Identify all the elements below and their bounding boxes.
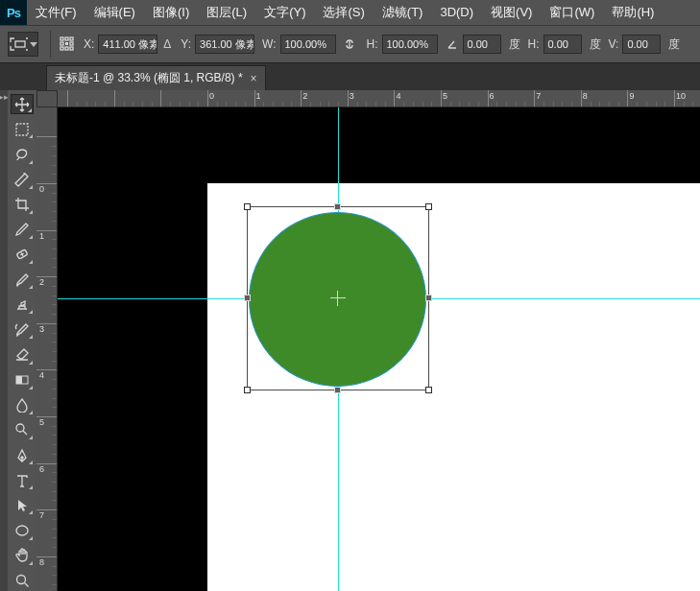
ruler-h-label: 1: [256, 91, 261, 101]
handle-sw[interactable]: [244, 387, 251, 393]
hskew-unit: 度: [590, 36, 601, 53]
ruler-h-label: 5: [443, 91, 447, 101]
svg-rect-8: [65, 47, 68, 50]
handle-e[interactable]: [425, 295, 432, 301]
menu-type[interactable]: 文字(Y): [255, 0, 314, 25]
menu-edit[interactable]: 编辑(E): [85, 0, 144, 25]
svg-rect-2: [65, 37, 68, 40]
handle-ne[interactable]: [425, 203, 432, 210]
handle-nw[interactable]: [244, 203, 251, 210]
handle-n[interactable]: [334, 203, 341, 210]
svg-rect-9: [70, 47, 73, 50]
delta-icon[interactable]: Δ: [163, 37, 171, 51]
tool-clone-stamp[interactable]: [11, 295, 34, 315]
hskew-label: H:: [528, 37, 540, 51]
main-area: ▸▸ 01234567891011 0123456789: [0, 90, 700, 591]
y-label: Y:: [181, 37, 191, 51]
hskew-input[interactable]: 0.00: [543, 35, 582, 54]
ruler-h-label: 3: [350, 91, 354, 101]
x-label: X:: [84, 37, 94, 51]
tool-healing[interactable]: [11, 245, 34, 265]
menu-file[interactable]: 文件(F): [27, 0, 85, 25]
svg-rect-10: [16, 124, 28, 135]
svg-rect-7: [60, 47, 63, 50]
reference-point-icon[interactable]: [59, 35, 76, 53]
svg-rect-3: [70, 37, 73, 40]
svg-rect-6: [70, 42, 73, 45]
angle-unit: 度: [509, 36, 520, 53]
ruler-h-label: 6: [490, 91, 495, 101]
x-input[interactable]: 411.00 像素: [98, 35, 157, 54]
ruler-vertical[interactable]: 0123456789: [36, 107, 58, 591]
ruler-v-label: 6: [39, 464, 44, 474]
close-icon[interactable]: ×: [251, 72, 257, 85]
menu-layer[interactable]: 图层(L): [198, 0, 255, 25]
panel-collapse-strip[interactable]: ▸▸: [0, 90, 8, 591]
menu-select[interactable]: 选择(S): [314, 0, 373, 25]
document-tab-bar: 未标题-1 @ 33.3% (椭圆 1, RGB/8) * ×: [0, 63, 700, 90]
svg-rect-13: [16, 376, 22, 384]
ruler-horizontal[interactable]: 01234567891011: [58, 90, 700, 107]
ruler-h-label: 2: [302, 91, 307, 101]
ruler-v-label: 0: [39, 184, 44, 194]
ruler-v-label: 3: [39, 324, 44, 334]
tool-pen[interactable]: [11, 445, 34, 465]
menu-help[interactable]: 帮助(H): [603, 0, 663, 25]
tool-dodge[interactable]: [11, 420, 34, 440]
tool-crop[interactable]: [11, 195, 34, 215]
tool-eraser[interactable]: [11, 344, 34, 365]
menu-view[interactable]: 视图(V): [482, 0, 541, 25]
ruler-v-label: 5: [39, 417, 44, 427]
menu-3d[interactable]: 3D(D): [431, 0, 482, 25]
ruler-corner: [36, 90, 58, 107]
document-tab[interactable]: 未标题-1 @ 33.3% (椭圆 1, RGB/8) * ×: [46, 65, 266, 90]
handle-se[interactable]: [425, 387, 432, 393]
transform-center-icon[interactable]: [333, 294, 343, 303]
ruler-v-label: 4: [39, 370, 44, 380]
tool-marquee[interactable]: [11, 119, 34, 139]
link-icon[interactable]: [343, 37, 356, 51]
ruler-h-label: 7: [536, 91, 541, 101]
vskew-input[interactable]: 0.00: [622, 35, 661, 54]
tool-move[interactable]: [11, 94, 34, 114]
transform-tool-preset-icon[interactable]: [8, 32, 38, 57]
svg-point-15: [16, 526, 28, 535]
tool-gradient[interactable]: [11, 370, 34, 390]
separator: [50, 31, 51, 58]
tool-eyedropper[interactable]: [11, 220, 34, 240]
handle-w[interactable]: [244, 295, 251, 301]
tool-blur[interactable]: [11, 395, 34, 415]
menu-image[interactable]: 图像(I): [144, 0, 198, 25]
toolbox: [8, 90, 36, 591]
tool-brush[interactable]: [11, 270, 34, 290]
tool-zoom[interactable]: [11, 571, 34, 591]
menu-window[interactable]: 窗口(W): [541, 0, 603, 25]
svg-rect-0: [15, 41, 25, 47]
angle-input[interactable]: 0.00: [463, 35, 501, 54]
tool-hand[interactable]: [11, 546, 34, 566]
app-logo-icon: Ps: [0, 0, 27, 25]
svg-rect-1: [60, 37, 63, 40]
w-input[interactable]: 100.00%: [280, 35, 336, 54]
tool-shape[interactable]: [11, 520, 34, 540]
ruler-h-label: 8: [583, 91, 588, 101]
tool-path-select[interactable]: [11, 495, 34, 515]
vskew-unit: 度: [668, 36, 680, 53]
angle-icon: [446, 37, 459, 51]
handle-s[interactable]: [334, 387, 341, 393]
canvas-viewport[interactable]: [58, 107, 700, 591]
tool-history-brush[interactable]: [11, 319, 34, 340]
menu-filter[interactable]: 滤镜(T): [374, 0, 432, 25]
tool-type[interactable]: [11, 470, 34, 490]
h-input[interactable]: 100.00%: [382, 35, 438, 54]
w-label: W:: [262, 37, 276, 51]
tool-magic-wand[interactable]: [11, 170, 34, 190]
y-input[interactable]: 361.00 像素: [195, 35, 254, 54]
svg-point-16: [17, 576, 26, 584]
svg-rect-5: [65, 42, 68, 45]
ruler-v-label: 1: [39, 231, 44, 241]
transform-bounding-box[interactable]: [247, 206, 429, 390]
menu-bar: Ps 文件(F) 编辑(E) 图像(I) 图层(L) 文字(Y) 选择(S) 滤…: [0, 0, 700, 25]
tool-lasso[interactable]: [11, 144, 34, 164]
ruler-v-label: 2: [39, 277, 44, 287]
